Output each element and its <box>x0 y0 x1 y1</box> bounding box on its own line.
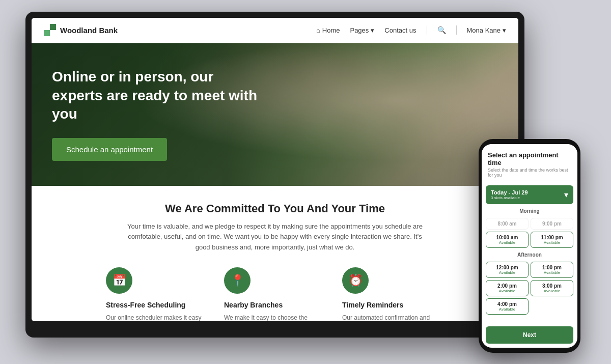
phone-screen: Select an appointment time Select the da… <box>482 144 577 348</box>
reminders-icon: ⏰ <box>342 267 369 294</box>
phone-footer: Next <box>482 322 577 348</box>
navbar: Woodland Bank ⌂ Home Pages ▾ Contact us <box>32 18 518 43</box>
scene: Woodland Bank ⌂ Home Pages ▾ Contact us <box>25 12 586 353</box>
time-value: 11:00 pm <box>534 235 570 240</box>
time-slot-1000am[interactable]: 10:00 am Available <box>486 232 529 248</box>
nav-contact-label: Contact us <box>384 26 416 34</box>
brand[interactable]: Woodland Bank <box>44 24 118 36</box>
brand-name: Woodland Bank <box>60 26 118 35</box>
content-section: We Are Committed To You And Your Time Yo… <box>32 186 518 321</box>
phone-subtitle: Select the date and time the works best … <box>488 167 571 178</box>
feature-branches-desc: We make it easy to choose the location t… <box>224 313 326 321</box>
features-list: 📅 Stress-Free Scheduling Our online sche… <box>52 267 498 321</box>
morning-label: Morning <box>486 207 573 215</box>
feature-scheduling-title: Stress-Free Scheduling <box>106 301 208 309</box>
time-slot-800am[interactable]: 8:00 am <box>486 218 529 230</box>
feature-scheduling: 📅 Stress-Free Scheduling Our online sche… <box>106 267 208 321</box>
time-value: 8:00 am <box>489 221 525 227</box>
nav-home-label: Home <box>322 26 340 34</box>
scheduling-icon: 📅 <box>106 267 132 294</box>
phone-device: Select an appointment time Select the da… <box>479 139 580 353</box>
laptop-device: Woodland Bank ⌂ Home Pages ▾ Contact us <box>25 12 524 338</box>
time-value: 12:00 pm <box>489 265 525 270</box>
time-slot-900pm[interactable]: 9:00 pm <box>531 218 573 230</box>
nav-links: ⌂ Home Pages ▾ Contact us 🔍 Mona Kane <box>316 25 506 35</box>
time-value: 3:00 pm <box>534 283 570 289</box>
time-value: 10:00 am <box>489 235 525 240</box>
nav-divider-2 <box>456 25 457 35</box>
feature-branches-title: Nearby Branches <box>224 301 326 309</box>
time-slot-400pm[interactable]: 4:00 pm Available <box>486 298 529 315</box>
date-selector-button[interactable]: Today - Jul 29 3 slots available ▾ <box>486 185 573 204</box>
time-status: Available <box>489 289 525 293</box>
laptop-screen: Woodland Bank ⌂ Home Pages ▾ Contact us <box>32 18 518 321</box>
time-status: Available <box>489 240 525 245</box>
phone-title: Select an appointment time <box>488 151 571 166</box>
time-status: Available <box>489 307 525 312</box>
morning-slots: 8:00 am 9:00 pm 10:00 am Available 11:00… <box>486 218 573 248</box>
home-icon: ⌂ <box>316 26 320 34</box>
branches-icon: 📍 <box>224 267 251 294</box>
time-value: 4:00 pm <box>489 301 525 307</box>
nav-home-link[interactable]: ⌂ Home <box>316 26 340 34</box>
nav-contact-link[interactable]: Contact us <box>384 26 416 34</box>
user-menu[interactable]: Mona Kane ▾ <box>467 26 507 34</box>
feature-scheduling-desc: Our online scheduler makes it easy to ge… <box>106 313 208 321</box>
time-slot-200pm[interactable]: 2:00 pm Available <box>486 280 529 296</box>
feature-reminders-desc: Our automated confirmation and reminder … <box>342 313 444 321</box>
slots-available: 3 slots available <box>491 195 528 200</box>
date-info: Today - Jul 29 3 slots available <box>491 189 528 200</box>
section-desc: Your time is valuable, and we pledge to … <box>122 221 428 253</box>
brand-logo-icon <box>44 24 56 36</box>
time-value: 9:00 pm <box>534 221 570 227</box>
time-value: 1:00 pm <box>534 265 570 270</box>
time-slot-1200pm[interactable]: 12:00 pm Available <box>486 262 529 278</box>
nav-divider <box>427 25 427 35</box>
afternoon-slots: 12:00 pm Available 1:00 pm Available 2:0… <box>486 262 573 315</box>
hero-content: Online or in person, our experts are rea… <box>52 68 266 160</box>
hero-title: Online or in person, our experts are rea… <box>52 68 266 123</box>
time-value: 2:00 pm <box>489 283 525 289</box>
feature-reminders-title: Timely Reminders <box>342 301 444 309</box>
feature-reminders: ⏰ Timely Reminders Our automated confirm… <box>342 267 444 321</box>
time-slot-300pm[interactable]: 3:00 pm Available <box>531 280 573 296</box>
hero-section: Online or in person, our experts are rea… <box>32 43 518 186</box>
phone-body: Today - Jul 29 3 slots available ▾ Morni… <box>482 181 577 322</box>
time-status: Available <box>489 270 525 275</box>
user-chevron-icon: ▾ <box>503 26 506 34</box>
user-name: Mona Kane <box>467 26 501 34</box>
date-chevron-icon: ▾ <box>564 190 568 200</box>
nav-pages-label: Pages <box>350 26 369 34</box>
time-status: Available <box>534 240 570 245</box>
nav-pages-link[interactable]: Pages ▾ <box>350 26 374 34</box>
time-slot-1100pm[interactable]: 11:00 pm Available <box>531 232 573 248</box>
feature-branches: 📍 Nearby Branches We make it easy to cho… <box>224 267 326 321</box>
section-title: We Are Committed To You And Your Time <box>52 202 498 215</box>
time-slot-100pm[interactable]: 1:00 pm Available <box>531 262 573 278</box>
date-label: Today - Jul 29 <box>491 189 528 195</box>
time-status: Available <box>534 270 570 275</box>
chevron-down-icon: ▾ <box>371 26 374 34</box>
afternoon-label: Afternoon <box>486 251 573 259</box>
search-icon[interactable]: 🔍 <box>437 26 446 34</box>
phone-header: Select an appointment time Select the da… <box>482 144 577 181</box>
next-button[interactable]: Next <box>486 326 573 344</box>
time-status: Available <box>534 289 570 293</box>
schedule-appointment-button[interactable]: Schedule an appointment <box>52 138 167 161</box>
